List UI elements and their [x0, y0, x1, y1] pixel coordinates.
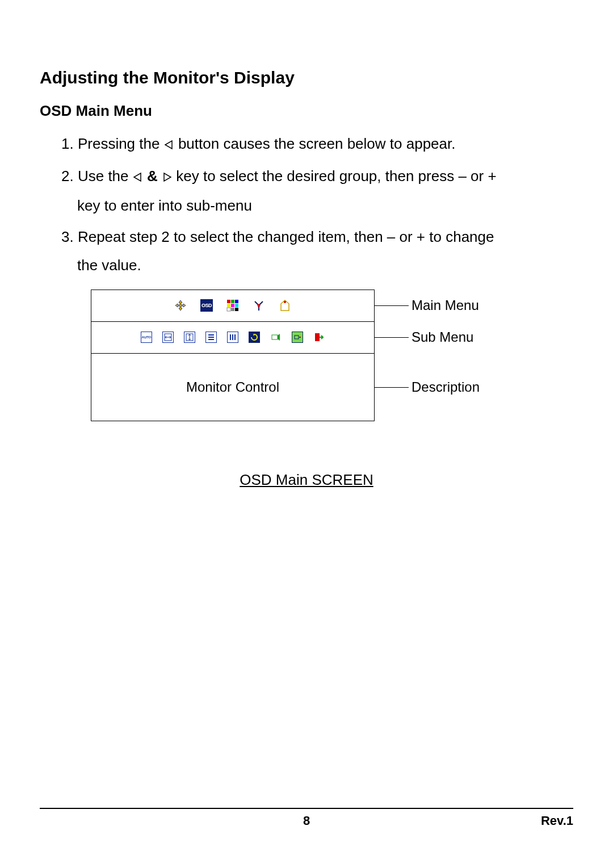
svg-rect-10: [231, 308, 234, 311]
svg-rect-8: [235, 304, 238, 307]
info2-icon: [292, 332, 303, 343]
label-sub: Sub Menu: [412, 329, 473, 345]
step-3-line2: the value.: [61, 251, 573, 279]
step-1-text-b: button causes the screen below to appear…: [178, 135, 456, 152]
svg-marker-0: [165, 141, 172, 149]
vpos-icon: [184, 332, 195, 343]
step-2-text-a: Use the: [78, 167, 133, 184]
step-1: 1. Pressing the button causes the screen…: [61, 130, 573, 159]
step-3: 3. Repeat step 2 to select the changed i…: [61, 223, 573, 279]
svg-rect-25: [295, 336, 299, 339]
osd-box: OSD: [91, 290, 375, 421]
info1-icon: [270, 332, 282, 343]
reset-icon: [249, 332, 260, 343]
list-icon: [205, 332, 217, 343]
osd-icon: OSD: [200, 299, 213, 312]
page-number: 8: [303, 814, 310, 828]
osd-sub-row: AUTO: [91, 322, 374, 354]
page-footer: 8 Rev.1: [40, 808, 573, 828]
leader-main: [375, 305, 409, 307]
width-icon: [227, 332, 238, 343]
osd-diagram: OSD: [91, 290, 545, 437]
osd-main-row: OSD: [91, 290, 374, 322]
step-1-text-a: Pressing the: [78, 135, 164, 152]
svg-rect-5: [235, 300, 238, 303]
position-icon: [174, 299, 187, 312]
osd-desc-text: Monitor Control: [186, 379, 279, 395]
color-grid-icon: [226, 299, 239, 312]
svg-rect-3: [227, 300, 230, 303]
svg-rect-9: [227, 308, 230, 311]
svg-rect-24: [272, 335, 278, 339]
step-2: 2. Use the & key to select the desired g…: [61, 162, 573, 220]
ampersand: &: [147, 167, 158, 184]
osd-desc-row: Monitor Control: [91, 354, 374, 421]
label-main: Main Menu: [412, 297, 479, 313]
osd-caption: OSD Main SCREEN: [40, 471, 573, 489]
revision-label: Rev.1: [541, 814, 573, 828]
hpos-icon: [162, 332, 174, 343]
svg-rect-27: [315, 333, 320, 341]
step-3-text-a: Repeat step 2 to select the changed item…: [78, 228, 494, 245]
misc-icon: [279, 299, 291, 312]
tools-icon: [253, 299, 265, 312]
triangle-right-icon: [162, 163, 172, 191]
svg-rect-6: [227, 304, 230, 307]
triangle-left-icon: [164, 131, 174, 159]
subsection-heading: OSD Main Menu: [40, 102, 573, 120]
auto-icon: AUTO: [141, 332, 152, 343]
leader-desc: [375, 387, 409, 388]
svg-marker-1: [134, 173, 141, 181]
svg-rect-7: [231, 304, 234, 307]
svg-point-13: [284, 301, 286, 303]
triangle-left-icon: [133, 163, 143, 191]
svg-point-12: [258, 304, 261, 307]
label-desc: Description: [412, 379, 480, 395]
step-2-text-b: key to select the desired group, then pr…: [176, 167, 496, 184]
section-heading: Adjusting the Monitor's Display: [40, 68, 573, 87]
step-2-line2: key to enter into sub-menu: [61, 192, 573, 220]
exit-icon: [313, 332, 325, 343]
svg-marker-2: [164, 173, 171, 181]
steps-list: 1. Pressing the button causes the screen…: [40, 130, 573, 279]
svg-rect-11: [235, 308, 238, 311]
leader-sub: [375, 337, 409, 338]
document-page: Adjusting the Monitor's Display OSD Main…: [0, 0, 613, 868]
svg-rect-4: [231, 300, 234, 303]
